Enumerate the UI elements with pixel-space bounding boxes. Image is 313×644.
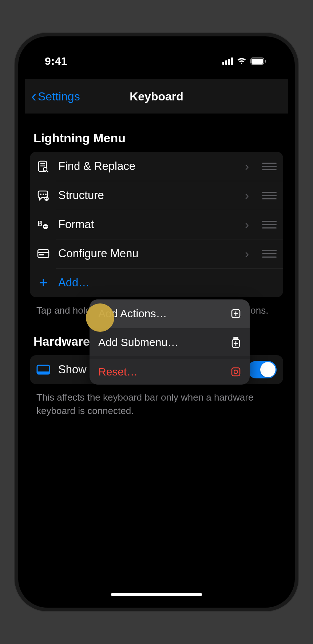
drag-handle-icon[interactable] — [262, 250, 277, 258]
chevron-right-icon: › — [245, 189, 249, 202]
format-icon: B — [36, 219, 50, 230]
plus-square-icon — [231, 309, 241, 319]
drag-handle-icon[interactable] — [262, 163, 277, 170]
svg-point-10 — [45, 194, 47, 195]
svg-rect-2 — [265, 60, 266, 63]
row-label: Find & Replace — [58, 160, 237, 173]
popover-item-label: Reset… — [98, 366, 138, 378]
battery-icon — [250, 57, 266, 65]
status-bar: 9:41 — [25, 43, 288, 79]
row-find-replace[interactable]: Find & Replace › — [30, 152, 283, 181]
svg-point-13 — [47, 198, 48, 199]
svg-point-17 — [44, 226, 45, 227]
touch-indicator — [86, 303, 114, 332]
chevron-right-icon: › — [245, 247, 249, 261]
screen: 9:41 ‹ Settings Keyboard Lightning Menu — [25, 43, 288, 601]
structure-icon — [36, 190, 50, 201]
svg-point-12 — [45, 198, 46, 199]
home-indicator[interactable] — [111, 593, 202, 596]
plus-icon — [36, 278, 50, 288]
svg-rect-22 — [39, 254, 44, 255]
drag-handle-icon[interactable] — [262, 192, 277, 199]
submenu-icon — [231, 337, 241, 348]
cellular-signal-icon — [222, 57, 233, 65]
find-replace-icon — [36, 160, 50, 172]
row-configure-menu[interactable]: Configure Menu › — [30, 239, 283, 268]
chevron-right-icon: › — [245, 218, 249, 231]
popover-item-label: Add Submenu… — [98, 336, 178, 349]
drag-handle-icon[interactable] — [262, 221, 277, 228]
row-label: Add… — [58, 276, 277, 289]
status-icons — [222, 57, 266, 65]
svg-point-14 — [47, 198, 48, 199]
row-label: Format — [58, 218, 237, 231]
hardware-keyboard-footer: This affects the keyboard bar only when … — [30, 384, 283, 417]
popover-add-submenu[interactable]: Add Submenu… — [90, 328, 250, 356]
svg-line-7 — [47, 171, 48, 172]
phone-frame: 9:41 ‹ Settings Keyboard Lightning Menu — [18, 36, 295, 608]
svg-rect-1 — [251, 59, 263, 64]
svg-point-9 — [43, 194, 44, 195]
show-keyboard-bar-toggle[interactable] — [247, 361, 277, 378]
svg-point-18 — [45, 226, 47, 227]
lightning-menu-group: Find & Replace › Structure › B — [30, 152, 283, 297]
svg-point-19 — [47, 226, 48, 227]
svg-rect-30 — [234, 337, 238, 339]
keyboard-icon — [36, 365, 50, 375]
svg-point-8 — [40, 194, 41, 195]
status-time: 9:41 — [45, 55, 67, 67]
configure-menu-icon — [36, 249, 50, 258]
row-structure[interactable]: Structure › — [30, 181, 283, 210]
svg-rect-26 — [37, 371, 49, 374]
svg-text:B: B — [37, 219, 42, 227]
svg-rect-34 — [232, 368, 240, 376]
back-button[interactable]: ‹ Settings — [28, 89, 80, 104]
row-add[interactable]: Add… — [30, 268, 283, 297]
reset-icon — [231, 367, 241, 377]
svg-rect-20 — [38, 250, 49, 258]
row-format[interactable]: B Format › — [30, 210, 283, 239]
svg-point-6 — [43, 167, 47, 171]
back-button-label: Settings — [38, 90, 80, 103]
wifi-icon — [237, 57, 247, 65]
row-label: Structure — [58, 189, 237, 202]
popover-reset[interactable]: Reset… — [90, 356, 250, 385]
chevron-right-icon: › — [245, 160, 249, 173]
chevron-left-icon: ‹ — [31, 89, 36, 104]
navigation-bar: ‹ Settings Keyboard — [25, 79, 288, 114]
lightning-menu-header: Lightning Menu — [30, 114, 283, 152]
add-popover: Add Actions… Add Submenu… Reset… — [90, 299, 250, 385]
row-label: Configure Menu — [58, 247, 237, 260]
